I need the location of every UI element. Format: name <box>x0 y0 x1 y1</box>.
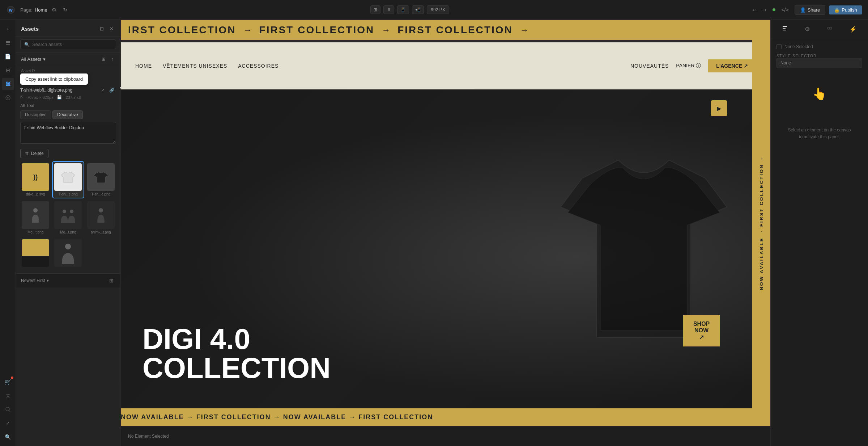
refresh-btn[interactable]: ↻ <box>61 5 69 14</box>
play-icon-overlay[interactable]: ▶ <box>711 100 727 116</box>
notification-badge <box>11 376 13 379</box>
sidebar-item-components[interactable]: ⊞ <box>2 64 14 76</box>
style-selector-placeholder: None <box>780 60 791 66</box>
svg-rect-3 <box>6 42 10 43</box>
nav-vetements[interactable]: VÊTEMENTS UNISEXES <box>163 63 227 69</box>
banner-arrow-icon: → <box>243 25 252 35</box>
undo-btn[interactable]: ↩ <box>750 5 759 14</box>
hand-cursor-icon: 👆 <box>776 87 862 101</box>
sidebar-item-publish2[interactable]: ✓ <box>2 417 14 429</box>
share-label: Share <box>808 7 820 13</box>
sidebar-item-search[interactable]: 🔍 <box>2 431 14 443</box>
sidebar-item-pages[interactable]: 📄 <box>2 50 14 63</box>
asset-thumb-dd[interactable]: )) dd-d...p.svg <box>20 162 51 198</box>
all-assets-label: All Assets <box>21 56 41 62</box>
delete-btn-row: 🗑 Delete <box>20 149 116 158</box>
trash-icon: 🗑 <box>25 151 29 156</box>
page-label: Page: <box>20 7 33 13</box>
tooltip-box: Copy asset link to clipboard <box>20 73 88 85</box>
nav-right: NOUVEAUTÉS PANIER ⓘ L'AGENCE ↗ <box>630 59 756 72</box>
style-selector-input[interactable]: None <box>776 58 862 68</box>
interactions-tab-btn[interactable] <box>824 24 835 34</box>
nav-accessoires[interactable]: ACCESSOIRES <box>238 63 278 69</box>
asset-size: 237.7 kB <box>65 95 81 100</box>
top-bar-center: ⊞ 🖥 📱 📲 992 PX <box>370 5 449 14</box>
search-input[interactable] <box>32 42 112 47</box>
banner-text-3: FIRST COLLECTION <box>390 24 520 36</box>
alt-text-area[interactable]: T shirt Webflow Builder Digidop <box>20 122 116 144</box>
all-assets-button[interactable]: All Assets ▾ <box>21 56 46 62</box>
delete-label: Delete <box>31 151 44 156</box>
alt-text-section: Alt Text Descriptive Decorative T shirt … <box>20 103 116 145</box>
publish-button[interactable]: 🔒 Publish <box>829 5 862 14</box>
external-link-icon[interactable]: ↗ <box>99 87 106 93</box>
alt-text-label: Alt Text <box>20 103 116 108</box>
publish-label: Publish <box>842 7 857 13</box>
collection-banner: IRST COLLECTION → FIRST COLLECTION → FIR… <box>121 20 770 40</box>
sidebar-item-seo[interactable] <box>2 403 14 416</box>
tablet-btn[interactable]: 📱 <box>397 5 409 14</box>
page-name: Home <box>35 7 47 13</box>
undo-redo-group: ↩ ↪ <box>750 5 769 14</box>
descriptive-tab[interactable]: Descriptive <box>20 110 51 119</box>
dark-tshirt-thumbnail <box>87 163 115 191</box>
thumb-label-dd: dd-d...p.svg <box>26 192 45 196</box>
panel-header-actions: ⊡ ✕ <box>98 25 115 33</box>
asset-thumb-anim[interactable]: anim-...t.png <box>86 200 116 236</box>
right-ticker: NOW AVAILABLE → FIRST COLLECTION → <box>752 20 770 426</box>
panel-collapse-btn[interactable]: ⊡ <box>98 25 106 33</box>
asset-thumb-white-tshirt[interactable]: T-sh...e.png <box>53 162 83 198</box>
nav-nouveautes[interactable]: NOUVEAUTÉS <box>630 63 669 69</box>
sidebar-item-logic[interactable] <box>2 390 14 402</box>
delete-button[interactable]: 🗑 Delete <box>20 149 48 158</box>
asset-thumb-yellow[interactable] <box>20 238 51 270</box>
settings-tab-btn[interactable]: ⚙ <box>802 24 813 34</box>
style-tab-btn[interactable] <box>779 24 791 34</box>
select-element-prompt: Select an element on the canvas to activ… <box>776 127 862 140</box>
panel-close-btn[interactable]: ✕ <box>108 25 115 33</box>
code-btn[interactable]: </> <box>779 5 791 14</box>
group1-thumbnail <box>54 201 82 229</box>
upload-btn[interactable]: ↑ <box>110 55 116 63</box>
redo-btn[interactable]: ↪ <box>760 5 769 14</box>
panel-bottom-bar: Newest First ▾ ⊞ <box>16 273 120 287</box>
sidebar-item-add[interactable]: + <box>2 23 14 35</box>
grid-toggle-btn[interactable]: ⊞ <box>107 277 115 285</box>
panel-header: Assets ⊡ ✕ <box>16 20 120 37</box>
site-nav: HOME VÊTEMENTS UNISEXES ACCESSOIRES NOUV… <box>121 42 770 89</box>
shop-now-button[interactable]: SHOP NOW ↗ <box>683 315 720 346</box>
share-button[interactable]: 👤 Share <box>795 5 826 15</box>
style-selector-section: Style selector None <box>776 54 862 68</box>
page-settings-btn[interactable]: ⚙ <box>50 5 59 14</box>
decorative-tab[interactable]: Decorative <box>52 110 82 119</box>
copy-link-icon[interactable]: 🔗 <box>108 87 116 93</box>
svg-point-9 <box>70 210 73 213</box>
asset-meta: ⇱ 707px × 620px 💾 237.7 kB <box>20 95 116 100</box>
nav-panier[interactable]: PANIER ⓘ <box>676 63 701 69</box>
mobile-btn[interactable]: 📲 <box>412 5 424 14</box>
webflow-logo: W <box>6 5 16 15</box>
alt-type-tabs: Descriptive Decorative <box>20 110 116 119</box>
upload-folder-btn[interactable]: ⊞ <box>100 55 107 63</box>
sidebar-item-assets[interactable]: 🖼 <box>2 78 14 90</box>
shop-now-label: SHOP NOW ↗ <box>693 321 710 341</box>
asset-thumb-dark-tshirt[interactable]: T-sh...e.png <box>86 162 116 198</box>
asset-thumb-group1[interactable]: Mo...t.png <box>53 200 83 236</box>
canvas-content: IRST COLLECTION → FIRST COLLECTION → FIR… <box>121 20 770 446</box>
sidebar-item-ecommerce[interactable]: 🛒 <box>2 376 14 388</box>
asset-thumb-person1[interactable]: Mo...t.png <box>20 200 51 236</box>
nav-home[interactable]: HOME <box>135 63 152 69</box>
logic-tab-btn[interactable]: ⚡ <box>847 24 860 34</box>
nav-lagence-btn[interactable]: L'AGENCE ↗ <box>708 59 756 72</box>
sidebar-item-cms[interactable] <box>2 92 14 104</box>
sidebar-item-layers[interactable] <box>2 37 14 49</box>
main-layout: + 📄 ⊞ 🖼 🛒 <box>0 20 868 446</box>
storage-icon: 💾 <box>57 95 62 100</box>
layout-btn[interactable]: ⊞ <box>370 5 380 14</box>
sort-dropdown[interactable]: Newest First ▾ <box>21 278 49 283</box>
canvas-area[interactable]: IRST COLLECTION → FIRST COLLECTION → FIR… <box>121 20 770 446</box>
all-assets-row: All Assets ▾ ⊞ ↑ <box>16 52 120 66</box>
desktop-btn[interactable]: 🖥 <box>383 5 394 14</box>
ticker-content: NOW AVAILABLE → FIRST COLLECTION → NOW A… <box>121 413 433 421</box>
asset-thumb-group2[interactable] <box>53 238 83 270</box>
